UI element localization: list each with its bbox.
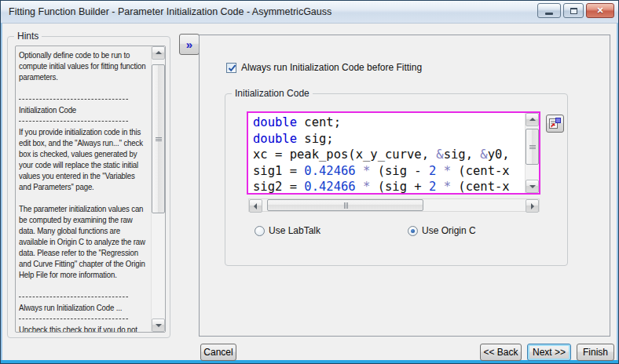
maximize-icon [570, 8, 577, 14]
window-border-left [1, 23, 2, 360]
use-origin-c-radio[interactable] [408, 226, 418, 236]
code-builder-icon [548, 117, 562, 130]
hints-textarea: Optionally define code to be run tocompu… [15, 46, 166, 333]
arrow-up-icon [529, 116, 536, 121]
scroll-left-button[interactable] [249, 199, 262, 213]
arrow-right-icon [531, 203, 536, 209]
arrow-down-icon [156, 324, 162, 329]
dialog-window: Fitting Function Builder - Parameter Ini… [0, 0, 619, 364]
code-vertical-scrollbar[interactable] [525, 113, 539, 193]
minimize-button[interactable] [537, 3, 561, 18]
scroll-right-button[interactable] [526, 199, 539, 213]
scroll-up-button[interactable] [152, 46, 165, 60]
scroll-up-button[interactable] [526, 113, 539, 126]
always-run-checkbox-label: Always run Initialization Code before Fi… [241, 63, 422, 73]
code-hscrollbar-thumb[interactable] [267, 199, 423, 211]
chevron-right-icon: » [186, 38, 192, 51]
window-title: Fitting Function Builder - Parameter Ini… [9, 1, 331, 23]
minimize-icon [545, 13, 553, 15]
use-labtalk-label: Use LabTalk [269, 226, 320, 236]
expand-hints-button[interactable]: » [179, 34, 200, 55]
finish-button[interactable]: Finish [577, 344, 614, 361]
code-vscrollbar-thumb[interactable] [526, 129, 539, 165]
arrow-up-icon [156, 49, 162, 54]
arrow-down-icon [529, 185, 536, 190]
hints-scrollbar-thumb[interactable] [152, 64, 165, 213]
maximize-button[interactable] [563, 3, 584, 18]
hints-text: Optionally define code to be run tocompu… [19, 49, 164, 333]
next-button[interactable]: Next >> [527, 344, 571, 361]
back-button[interactable]: << Back [480, 344, 522, 361]
hints-group-label: Hints [14, 31, 42, 42]
always-run-checkbox[interactable] [226, 63, 236, 73]
close-icon: ✕ [587, 5, 614, 16]
cancel-button[interactable]: Cancel [200, 344, 236, 361]
init-code-group-label: Initialization Code [232, 89, 313, 99]
thumb-grip-icon [344, 202, 348, 209]
hints-scrollbar[interactable] [151, 46, 165, 332]
thumb-grip-icon [529, 145, 536, 149]
title-bar[interactable]: Fitting Function Builder - Parameter Ini… [1, 1, 618, 24]
arrow-left-icon [252, 203, 257, 209]
scroll-down-button[interactable] [152, 318, 165, 332]
use-origin-c-label: Use Origin C [422, 226, 476, 236]
window-border-right [617, 23, 618, 360]
open-code-builder-button[interactable] [546, 115, 564, 133]
close-button[interactable]: ✕ [586, 3, 614, 18]
window-border-bottom [1, 360, 618, 363]
code-editor[interactable]: double cent;double sig;xc = peak_pos(x_y… [247, 111, 540, 195]
code-horizontal-scrollbar[interactable] [248, 198, 540, 212]
checkmark-icon [227, 63, 237, 73]
scroll-down-button[interactable] [526, 180, 539, 193]
code-text[interactable]: double cent;double sig;xc = peak_pos(x_y… [253, 115, 524, 195]
thumb-grip-icon [156, 137, 162, 141]
use-labtalk-radio[interactable] [255, 226, 265, 236]
